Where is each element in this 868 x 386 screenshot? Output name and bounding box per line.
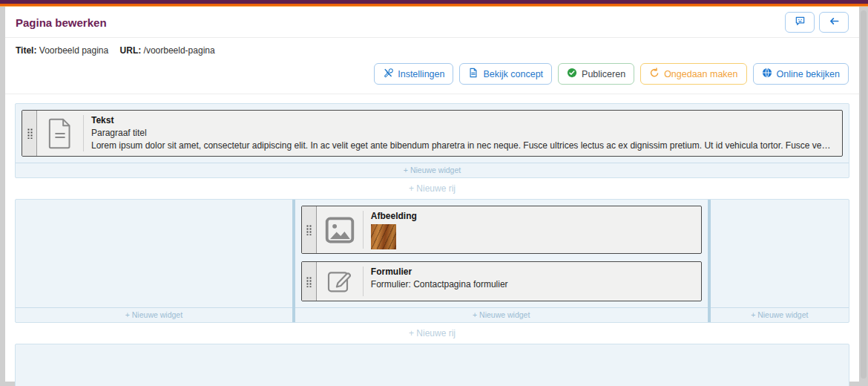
page-editor: Pagina bewerken: [5, 7, 859, 382]
widget-tekst[interactable]: Tekst Paragraaf titel Lorem ipsum dolor …: [22, 110, 843, 157]
row-2-column-3: + Nieuwe widget: [711, 200, 849, 322]
page-title: Pagina bewerken: [16, 16, 107, 29]
drag-handle-dots-icon: [27, 128, 33, 139]
widget-tekst-title: Tekst: [91, 114, 835, 127]
action-toolbar: Instellingen Bekijk concept Publiceren: [5, 57, 859, 94]
image-thumbnail: [371, 224, 396, 249]
widget-formulier-subtitle: Formulier: Contactpagina formulier: [371, 278, 694, 291]
row-2-column-1: + Nieuwe widget: [16, 200, 292, 322]
vertical-scrollbar[interactable]: [861, 10, 867, 379]
builder-row-3: + Nieuwe widget: [15, 344, 849, 386]
new-row-link[interactable]: + Nieuwe rij: [15, 178, 849, 199]
meta-title-value: Voorbeeld pagina: [39, 45, 108, 56]
row-2-column-2: Afbeelding: [295, 200, 708, 322]
widget-afbeelding-text: Afbeelding: [364, 206, 701, 253]
row-3-body: [16, 344, 849, 386]
comments-button[interactable]: [785, 12, 815, 33]
text-document-icon: [37, 111, 83, 156]
column-1-body: [16, 200, 292, 307]
settings-label: Instellingen: [398, 69, 444, 79]
new-widget-link[interactable]: + Nieuwe widget: [16, 307, 292, 322]
preview-draft-label: Bekijk concept: [483, 69, 543, 79]
globe-icon: [762, 68, 772, 80]
meta-url-value: /voorbeeld-pagina: [144, 45, 215, 56]
drag-handle-dots-icon: [306, 276, 312, 287]
meta-title-label: Titel:: [16, 45, 36, 56]
page-builder: Tekst Paragraaf titel Lorem ipsum dolor …: [5, 94, 859, 386]
document-icon: [468, 68, 479, 80]
meta-url-label: URL:: [120, 45, 142, 56]
drag-handle[interactable]: [22, 111, 37, 156]
new-widget-link[interactable]: + Nieuwe widget: [295, 307, 708, 322]
check-circle-icon: [567, 68, 577, 80]
widget-formulier-title: Formulier: [371, 266, 694, 278]
undo-button[interactable]: Ongedaan maken: [640, 63, 746, 85]
view-online-label: Online bekijken: [777, 69, 840, 79]
widget-formulier-text: Formulier Formulier: Contactpagina formu…: [364, 262, 701, 301]
drag-handle[interactable]: [302, 262, 317, 301]
widget-afbeelding[interactable]: Afbeelding: [301, 206, 702, 254]
row-1-body: Tekst Paragraaf titel Lorem ipsum dolor …: [16, 104, 849, 163]
widget-tekst-subtitle: Paragraaf titel: [91, 127, 835, 140]
undo-label: Ongedaan maken: [664, 69, 737, 79]
column-3-body: [711, 200, 849, 307]
widget-tekst-body: Lorem ipsum dolor sit amet, consectetur …: [91, 140, 835, 152]
comment-icon: [795, 16, 806, 30]
builder-row-1: Tekst Paragraaf titel Lorem ipsum dolor …: [15, 103, 849, 178]
page-header: Pagina bewerken: [5, 7, 859, 38]
widget-afbeelding-title: Afbeelding: [371, 210, 694, 223]
drag-handle-dots-icon: [306, 224, 312, 235]
column-2-body: Afbeelding: [295, 200, 708, 307]
back-button[interactable]: [819, 12, 849, 33]
row-2-columns: + Nieuwe widget: [16, 200, 849, 322]
brand-top-stripe: [0, 0, 868, 7]
page-meta: Titel: Voorbeeld pagina URL: /voorbeeld-…: [5, 38, 859, 57]
arrow-left-icon: [829, 16, 840, 30]
tools-icon: [383, 68, 393, 80]
preview-draft-button[interactable]: Bekijk concept: [459, 63, 552, 85]
image-icon: [317, 206, 363, 253]
settings-button[interactable]: Instellingen: [374, 63, 453, 85]
new-widget-link[interactable]: + Nieuwe widget: [16, 163, 849, 177]
view-online-button[interactable]: Online bekijken: [753, 63, 849, 85]
header-actions: [785, 12, 849, 33]
builder-row-2: + Nieuwe widget: [15, 199, 849, 323]
new-row-link[interactable]: + Nieuwe rij: [15, 323, 849, 344]
pencil-square-icon: [317, 262, 363, 301]
publish-button[interactable]: Publiceren: [558, 63, 634, 85]
widget-tekst-text: Tekst Paragraaf titel Lorem ipsum dolor …: [84, 111, 842, 156]
publish-label: Publiceren: [582, 69, 625, 79]
undo-icon: [649, 68, 660, 80]
new-widget-link[interactable]: + Nieuwe widget: [711, 307, 849, 322]
widget-formulier[interactable]: Formulier Formulier: Contactpagina formu…: [301, 261, 702, 301]
drag-handle[interactable]: [302, 206, 317, 253]
